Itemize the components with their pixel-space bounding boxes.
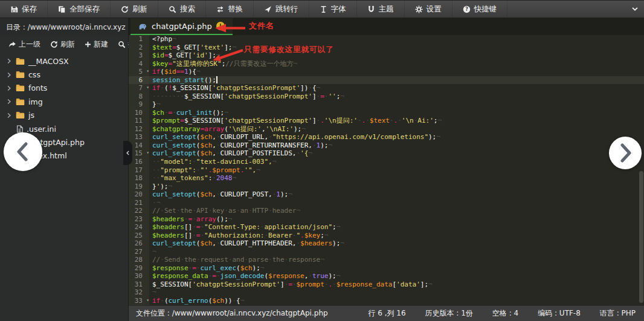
toolbar-button-save[interactable]: 保存 [0,1,48,18]
line-number: 8 [129,92,149,101]
toolbar-button-label: 搜索 [180,4,195,15]
chevron-down-icon [631,5,639,13]
help-icon: ? [463,5,471,13]
line-number: 30 [129,272,149,280]
toolbar-button-label: 主题 [379,4,394,15]
line-number: 4 [129,60,149,68]
code-line-19: }');¬ [149,183,644,191]
toolbar-button-settings[interactable]: 设置 [405,1,452,18]
code-line-26: curl_setopt($ch,·CURLOPT_HTTPHEADER,·$he… [149,239,644,248]
toolbar-button-save-all[interactable]: 全部保存 [48,1,111,18]
warning-badge[interactable]: ! [216,22,225,30]
sidebar-action-refresh[interactable]: 刷新 [45,39,80,50]
scrollbar-thumb[interactable] [639,171,643,303]
toolbar-collapse-button[interactable] [626,1,644,18]
code-line-8: ········$_SESSION['chatgptSessionPrompt'… [149,92,644,101]
refresh-icon [121,5,129,13]
toolbar-button-refresh[interactable]: 刷新 [111,1,158,18]
code-editor-app: 保存全部保存刷新搜索替换跳转行字体主题设置?快捷键 目录 : /www/wwwr… [0,0,644,321]
toolbar-button-replace[interactable]: 替换 [206,1,254,18]
toolbar-button-hotkeys[interactable]: ?快捷键 [452,1,508,18]
next-button[interactable] [609,137,642,169]
sidebar-collapse-handle[interactable] [123,141,132,165]
line-number: 13 [129,133,149,141]
code-line-2: $text=$_GET['text'];¬ [149,44,644,52]
toolbar-buttons: 保存全部保存刷新搜索替换跳转行字体主题设置?快捷键 [0,1,507,18]
chevron-right-icon[interactable] [6,112,12,118]
code-line-10: $ch·=·curl_init();¬ [149,109,644,117]
tree-item-label: fonts [28,83,47,92]
toolbar-button-search[interactable]: 搜索 [158,1,206,18]
tree-folder-css[interactable]: css [0,68,128,81]
tab-chatgptapi-php[interactable]: chatgptApi.php ! [130,18,233,35]
fold-caret[interactable]: ▾ [146,149,149,157]
chevron-right-icon[interactable] [6,85,12,91]
fold-caret[interactable]: ▾ [146,83,149,92]
chevron-left-icon [4,132,42,171]
sidebar-action-up-level[interactable]: 上一级 [4,39,45,50]
sidebar-action-label: 上一级 [19,39,40,50]
code-line-16: ··"model":·"text-davinci-003",¬ [149,158,644,166]
code-line-20: curl_setopt($ch,·CURLOPT_POST,·1);¬ [149,190,644,199]
line-number: 23 [129,215,149,224]
line-number: 25 [129,232,149,240]
folder-icon [16,71,25,79]
code-line-28: //·Send·the·request·and·parse·the·respon… [149,256,644,264]
line-number: 20 [129,190,149,199]
status-encoding[interactable]: 编码 : UTF-8 [538,308,581,319]
line-number: 21 [129,199,149,207]
code-line-22: //·Set·the·API·key·as·an·HTTP·header¬ [149,207,644,215]
sidebar-action-new[interactable]: 新建 [80,39,113,50]
goto-line-icon [264,5,272,13]
tab-filename: chatgptApi.php [152,22,212,31]
status-bar: 文件位置 : /www/wwwroot/ai.nncv.xyz/chatgptA… [129,305,644,321]
line-number: 6 [129,76,149,85]
code-line-21: ·¬ [149,199,644,207]
chevron-right-icon[interactable] [6,58,12,64]
previous-button[interactable] [4,132,42,171]
fold-caret[interactable]: ▾ [146,67,149,76]
line-number: 10 [129,109,149,117]
directory-path: 目录 : /www/wwwroot/ai.nncv.xyz [0,18,128,36]
code-line-30: $response_data·=·json_decode($response,·… [149,272,644,280]
toolbar-button-label: 全部保存 [69,4,100,15]
code-line-15: curl_setopt($ch,·CURLOPT_POSTFIELDS,·'{¬ [149,149,644,158]
chevron-right-icon[interactable] [6,72,12,78]
code-line-27: ¬ [149,248,644,256]
annotation-modify-note: 只需要修改这里就可以了 [244,45,334,55]
toolbar-button-font[interactable]: 字体 [309,1,357,18]
status-spaces[interactable]: 空格 : 4 [492,308,518,319]
chevron-right-icon [609,137,642,169]
status-history-versions[interactable]: 历史版本 : 1份 [425,308,473,319]
code-area[interactable]: <?php¬$text=$_GET['text'];¬$id=$_GET['id… [149,35,644,305]
chevron-right-icon[interactable] [6,99,12,105]
up-level-icon [8,41,16,48]
php-file-icon [138,22,147,30]
tree-folder-fonts[interactable]: fonts [0,82,128,95]
line-number: 7▾ [129,84,149,92]
svg-text:?: ? [465,6,468,12]
gear-icon [415,5,423,13]
toolbar-button-goto-line[interactable]: 跳转行 [254,1,309,18]
font-icon [320,5,327,13]
code-line-24: $headers[]·=·"Content-Type:·application/… [149,223,644,232]
code-line-1: <?php¬ [149,35,644,44]
code-editor[interactable]: 12345▾67▾89101112131415▾1617181920212223… [129,35,644,305]
line-number: 26 [129,239,149,248]
file-icon [16,125,23,133]
code-line-9: }¬ [149,100,644,109]
line-number-gutter: 12345▾67▾89101112131415▾1617181920212223… [129,35,149,305]
save-icon [10,5,18,13]
line-number: 11 [129,117,149,125]
replace-icon [216,5,224,13]
tree-folder-img[interactable]: img [0,95,128,108]
code-line-25: $headers[]·=·"Authorization:·Bearer·".$k… [149,232,644,240]
code-line-12: $chatgptaray=array('\n提问:','\nAI:');¬ [149,125,644,134]
toolbar-button-theme[interactable]: 主题 [357,1,405,18]
tree-folder-js[interactable]: js [0,109,128,122]
line-number: 18 [129,174,149,183]
fold-caret[interactable]: ▾ [146,296,149,305]
tree-folder-__MACOSX[interactable]: __MACOSX [0,54,128,68]
status-language[interactable]: 语言 : PHP [600,308,636,319]
line-number: 1 [129,35,149,44]
